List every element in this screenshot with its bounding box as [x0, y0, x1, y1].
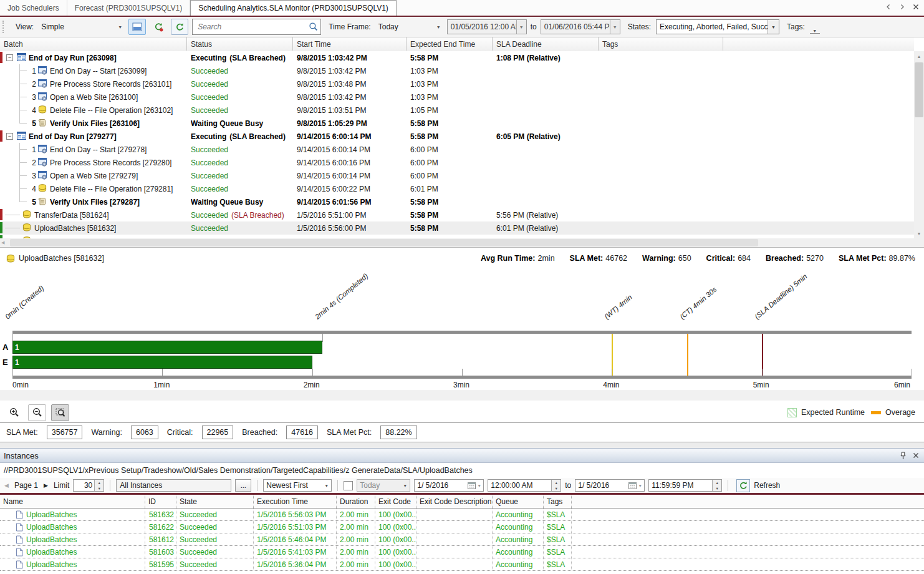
- detail-stat: Avg Run Time:2min: [481, 254, 555, 263]
- instances-column-header-name[interactable]: Name: [0, 495, 145, 508]
- tab-scroll-left-icon[interactable]: [884, 2, 893, 11]
- toolbar-grip[interactable]: [2, 21, 6, 33]
- runtime-bar-e[interactable]: 1: [12, 356, 312, 369]
- column-header-tags[interactable]: Tags: [599, 37, 723, 51]
- legend-item-overage[interactable]: Overage: [871, 408, 915, 417]
- scroll-up-icon[interactable]: ▲: [914, 51, 924, 61]
- batch-row[interactable]: 2Pre Process Store Records [263101]Succe…: [0, 77, 914, 91]
- states-select[interactable]: Executing, Aborted, Failed, Succee ▼: [656, 19, 779, 34]
- summary-stat-value: 88.22%: [380, 426, 416, 439]
- sla-deadline-cell: [496, 77, 597, 90]
- tab-sla-monitor[interactable]: Scheduling Analytics.SLA Monitor (PRD300…: [190, 0, 397, 16]
- instances-column-header-queue[interactable]: Queue: [493, 495, 544, 508]
- batch-row[interactable]: 2Pre Process Store Records [279280]Succe…: [0, 156, 914, 170]
- instance-filter-box[interactable]: All Instances: [116, 479, 231, 492]
- search-box[interactable]: [192, 19, 321, 35]
- chevron-down-icon[interactable]: ▼: [516, 20, 526, 34]
- instances-timeframe-select[interactable]: Today▼: [357, 479, 410, 492]
- timeframe-checkbox[interactable]: [344, 481, 353, 490]
- tab-scroll-right-icon[interactable]: [898, 2, 907, 11]
- instances-end-date-picker[interactable]: 1/ 5/2016 ▼: [575, 479, 645, 492]
- instance-cell-queue: Accounting: [493, 558, 544, 570]
- grid-horizontal-scrollbar[interactable]: ◀: [0, 238, 914, 247]
- view-select[interactable]: Simple▼: [39, 20, 125, 34]
- batch-row[interactable]: 5Verify Unix Files [263106]Waiting Queue…: [0, 117, 914, 130]
- zoom-reset-button[interactable]: [51, 404, 69, 421]
- spinner-arrows[interactable]: ▲▼: [551, 480, 561, 491]
- column-header-sla-deadline[interactable]: SLA Deadline: [493, 37, 599, 51]
- search-input[interactable]: [196, 20, 310, 34]
- cell-text: 2.00 min: [340, 510, 368, 519]
- chart-horizontal-scrollbar[interactable]: [0, 391, 924, 401]
- scrollbar-thumb[interactable]: [915, 62, 923, 117]
- scroll-down-icon[interactable]: ▼: [914, 228, 924, 238]
- close-icon[interactable]: [913, 452, 919, 459]
- tags-select[interactable]: ▼: [810, 21, 820, 34]
- batch-row[interactable]: 1End On Day -- Start [263099]Succeeded9/…: [0, 64, 914, 78]
- batch-row[interactable]: 1End On Day -- Start [279278]Succeeded9/…: [0, 143, 914, 157]
- expected-end-cell: 5:58 PM: [410, 117, 491, 130]
- zoom-out-button[interactable]: [28, 404, 46, 421]
- sort-order-select[interactable]: Newest First▼: [263, 479, 332, 492]
- instances-column-header-exit-code[interactable]: Exit Code: [375, 495, 416, 508]
- batch-row[interactable]: −End of Day Run [279277]Executing(SLA Br…: [0, 130, 914, 144]
- spinner-arrows[interactable]: ▲▼: [94, 480, 103, 491]
- grid-vertical-scrollbar[interactable]: ▲ ▼: [914, 51, 924, 276]
- browse-button[interactable]: ...: [235, 479, 251, 492]
- column-header-start-time[interactable]: Start Time: [293, 37, 407, 51]
- scrollbar-thumb[interactable]: [10, 239, 758, 246]
- chevron-down-icon[interactable]: ▼: [768, 20, 779, 34]
- auto-refresh-button[interactable]: [171, 19, 188, 35]
- legend-item-expected[interactable]: Expected Runtime: [787, 408, 865, 417]
- runtime-bar-a[interactable]: 1: [12, 341, 322, 354]
- instances-start-time-picker[interactable]: 12:00:00 AM ▲▼: [488, 479, 561, 492]
- pin-icon[interactable]: [900, 452, 907, 460]
- main-toolbar: View: Simple▼ Time Frame: Today▼ 01/05/2…: [0, 17, 924, 37]
- timeframe-end-picker[interactable]: 01/06/2016 05:44 PM ▼: [541, 19, 620, 34]
- refresh-status-button[interactable]: [150, 19, 167, 35]
- time-frame-select[interactable]: Today▼: [376, 20, 443, 34]
- limit-spinner[interactable]: 30 ▲▼: [73, 479, 104, 492]
- instance-row[interactable]: UploadBatches581595Succeeded1/5/2016 5:3…: [0, 558, 924, 571]
- calendar-icon[interactable]: [468, 482, 476, 489]
- scroll-left-icon[interactable]: ◀: [1, 240, 4, 245]
- instances-column-header-duration[interactable]: Duration: [337, 495, 375, 508]
- calendar-icon[interactable]: [628, 482, 637, 489]
- batch-row[interactable]: UploadBatches [581632]Succeeded1/5/2016 …: [0, 221, 914, 235]
- batch-row[interactable]: 5Verify Unix Files [279287]Waiting Queue…: [0, 195, 914, 209]
- batch-row[interactable]: 3Open a Web Site [263100]Succeeded9/8/20…: [0, 90, 914, 104]
- column-header-batch[interactable]: Batch: [0, 37, 187, 51]
- tab-0[interactable]: Job Schedulers: [0, 0, 67, 16]
- next-page-icon[interactable]: ▶: [42, 482, 50, 489]
- instance-row[interactable]: UploadBatches581632Succeeded1/5/2016 5:5…: [0, 508, 924, 521]
- instance-row[interactable]: UploadBatches581603Succeeded1/5/2016 5:4…: [0, 546, 924, 558]
- timeframe-start-picker[interactable]: 01/05/2016 12:00 AM ▼: [447, 19, 527, 34]
- instances-column-header-state[interactable]: State: [176, 495, 254, 508]
- batch-row[interactable]: 4Delete File -- File Operation [279281]S…: [0, 182, 914, 196]
- instances-column-header-tags[interactable]: Tags: [544, 495, 572, 508]
- column-header-expected-end-time[interactable]: Expected End Time: [407, 37, 493, 51]
- column-header-status[interactable]: Status: [187, 37, 293, 51]
- instances-column-header-id[interactable]: ID: [145, 495, 176, 508]
- instances-start-date-picker[interactable]: 1/ 5/2016 ▼: [414, 479, 484, 492]
- instance-cell-exit-code: 100 (0x00...: [375, 558, 416, 570]
- close-icon[interactable]: [912, 2, 920, 11]
- chevron-down-icon[interactable]: ▼: [610, 20, 620, 34]
- batch-row[interactable]: 3Open a Web Site [279279]Succeeded9/14/2…: [0, 169, 914, 183]
- zoom-in-button[interactable]: [5, 404, 23, 421]
- previous-page-icon[interactable]: ◀: [2, 482, 11, 489]
- status-cell: Succeeded: [191, 221, 292, 235]
- spinner-arrows[interactable]: ▲▼: [712, 480, 721, 491]
- batch-row[interactable]: −End of Day Run [263098]Executing(SLA Br…: [0, 51, 914, 65]
- instances-column-header-execution-time[interactable]: Execution Time: [254, 495, 337, 508]
- instances-column-header-exit-code-description[interactable]: Exit Code Description: [416, 495, 493, 508]
- batch-row[interactable]: 4Delete File -- File Operation [263102]S…: [0, 104, 914, 117]
- instances-end-time-picker[interactable]: 11:59:59 PM ▲▼: [648, 479, 722, 492]
- tags-cell: [602, 182, 722, 195]
- split-view-button[interactable]: [128, 19, 146, 35]
- refresh-button[interactable]: [736, 479, 750, 492]
- tab-1[interactable]: Forecast (PRD3001SUPSQLV1): [67, 0, 191, 16]
- instance-row[interactable]: UploadBatches581612Succeeded1/5/2016 5:4…: [0, 533, 924, 546]
- batch-row[interactable]: TransferData [581624]Succeeded(SLA Breac…: [0, 208, 914, 222]
- instance-row[interactable]: UploadBatches581622Succeeded1/5/2016 5:5…: [0, 521, 924, 533]
